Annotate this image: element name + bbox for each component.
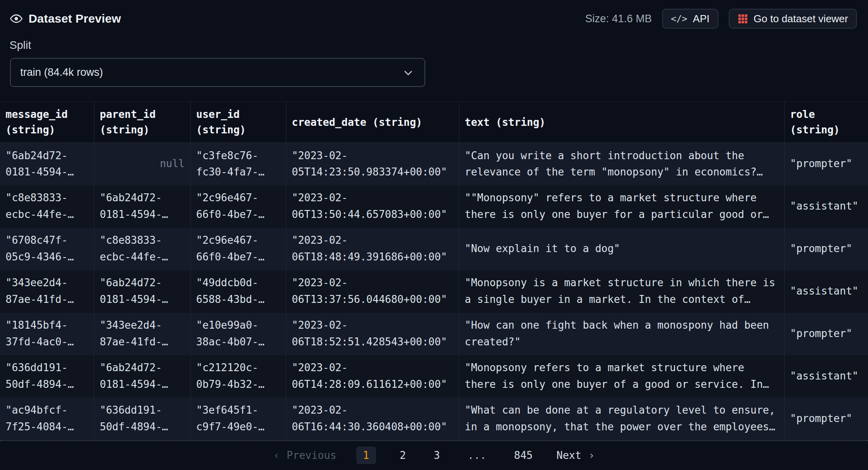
table-row: "c8e83833-ecbc-44fe-…"6ab24d72-0181-4594… [0,185,868,228]
column-header-text: text (string) [459,102,784,143]
split-label: Split [10,39,868,52]
pagination-page-845[interactable]: 845 [510,447,537,464]
table-cell-parent_id: "636dd191-50df-4894-… [94,398,190,440]
dataset-table: message_id (string) parent_id (string) u… [0,102,868,440]
topbar-right: Size: 41.6 MB </> API Go to dataset view… [585,9,857,29]
table-cell-text: "Can you write a short introduction abou… [459,143,784,185]
table-cell-user_id: "e10e99a0-38ac-4b07-… [190,313,286,355]
table-cell-text: ""Monopsony" refers to a market structur… [459,185,784,228]
pagination-ellipsis: ... [464,447,490,464]
table-cell-created_date: "2023-02-06T18:52:51.428543+00:00" [286,313,459,355]
grid-icon [737,13,748,24]
table-row: "18145bf4-37fd-4ac0-…"343ee2d4-87ae-41fd… [0,313,868,355]
dataset-size-label: Size: 41.6 MB [585,13,652,25]
column-header-message_id: message_id (string) [0,102,94,143]
table-cell-user_id: "3ef645f1-c9f7-49e0-… [190,398,286,440]
table-row: "343ee2d4-87ae-41fd-…"6ab24d72-0181-4594… [0,270,868,313]
table-cell-parent_id: "6ab24d72-0181-4594-… [94,355,190,398]
chevron-right-icon: › [588,449,595,461]
pagination-previous-button[interactable]: ‹ Previous [273,449,336,461]
table-cell-text: "How can one fight back when a monospony… [459,313,784,355]
pagination-page-1[interactable]: 1 [356,447,376,464]
table-cell-text: "Now explain it to a dog" [459,228,784,270]
table-cell-text: "Monopsony refers to a market structure … [459,355,784,398]
topbar: Dataset Preview Size: 41.6 MB </> API Go… [0,0,868,29]
table-cell-user_id: "49ddcb0d-6588-43bd-… [190,270,286,313]
page-title: Dataset Preview [29,12,121,25]
table-cell-role: "prompter" [784,143,868,185]
chevron-down-icon [402,67,414,79]
table-cell-created_date: "2023-02-05T14:23:50.983374+00:00" [286,143,459,185]
chevron-left-icon: ‹ [273,449,280,461]
table-cell-created_date: "2023-02-06T14:28:09.611612+00:00" [286,355,459,398]
viewer-button-label: Go to dataset viewer [754,13,848,25]
table-cell-text: "What can be done at a regulatory level … [459,398,784,440]
eye-icon [10,12,23,25]
table-bottom-dashed-divider [0,440,868,441]
column-header-created_date: created_date (string) [286,102,459,143]
table-cell-role: "prompter" [784,228,868,270]
table-cell-parent_id: "343ee2d4-87ae-41fd-… [94,313,190,355]
pagination-page-2[interactable]: 2 [396,447,410,464]
table-row: "ac94bfcf-7f25-4084-…"636dd191-50df-4894… [0,398,868,440]
pagination: ‹ Previous 123...845 Next › [0,447,868,464]
table-cell-parent_id: "6ab24d72-0181-4594-… [94,270,190,313]
table-cell-role: "assistant" [784,185,868,228]
table-cell-user_id: "2c96e467-66f0-4be7-… [190,228,286,270]
column-header-parent_id: parent_id (string) [94,102,190,143]
table-row: "6ab24d72-0181-4594-…null"c3fe8c76-fc30-… [0,143,868,185]
next-label: Next [557,449,582,461]
table-cell-created_date: "2023-02-06T18:48:49.391686+00:00" [286,228,459,270]
table-cell-parent_id: "c8e83833-ecbc-44fe-… [94,228,190,270]
table-cell-created_date: "2023-02-06T13:37:56.044680+00:00" [286,270,459,313]
topbar-left: Dataset Preview [10,12,121,25]
table-body: "6ab24d72-0181-4594-…null"c3fe8c76-fc30-… [0,143,868,440]
table-cell-created_date: "2023-02-06T16:44:30.360408+00:00" [286,398,459,440]
table-cell-user_id: "2c96e467-66f0-4be7-… [190,185,286,228]
table-cell-message_id: "18145bf4-37fd-4ac0-… [0,313,94,355]
column-header-user_id: user_id (string) [190,102,286,143]
table-cell-message_id: "6ab24d72-0181-4594-… [0,143,94,185]
table-cell-message_id: "ac94bfcf-7f25-4084-… [0,398,94,440]
table-cell-user_id: "c212120c-0b79-4b32-… [190,355,286,398]
split-select[interactable]: train (84.4k rows) [10,58,425,87]
table-cell-user_id: "c3fe8c76-fc30-4fa7-… [190,143,286,185]
table-cell-message_id: "636dd191-50df-4894-… [0,355,94,398]
table-cell-message_id: "343ee2d4-87ae-41fd-… [0,270,94,313]
api-button[interactable]: </> API [662,9,718,29]
table-cell-role: "prompter" [784,398,868,440]
pagination-pages: 123...845 [356,447,537,464]
go-to-dataset-viewer-button[interactable]: Go to dataset viewer [729,9,857,29]
dataset-table-wrap: message_id (string) parent_id (string) u… [0,102,868,441]
split-select-value: train (84.4k rows) [20,66,103,79]
table-cell-role: "assistant" [784,270,868,313]
table-header-row: message_id (string) parent_id (string) u… [0,102,868,143]
table-cell-created_date: "2023-02-06T13:50:44.657083+00:00" [286,185,459,228]
table-cell-message_id: "6708c47f-05c9-4346-… [0,228,94,270]
code-icon: </> [671,13,687,24]
table-cell-message_id: "c8e83833-ecbc-44fe-… [0,185,94,228]
table-cell-role: "assistant" [784,355,868,398]
dataset-preview-page: Dataset Preview Size: 41.6 MB </> API Go… [0,0,868,470]
table-cell-parent_id: null [94,143,190,185]
table-row: "6708c47f-05c9-4346-…"c8e83833-ecbc-44fe… [0,228,868,270]
table-cell-role: "prompter" [784,313,868,355]
column-header-role: role (string) [784,102,868,143]
pagination-page-3[interactable]: 3 [430,447,444,464]
previous-label: Previous [287,449,336,461]
table-cell-text: "Monopsony is a market structure in whic… [459,270,784,313]
table-row: "636dd191-50df-4894-…"6ab24d72-0181-4594… [0,355,868,398]
table-cell-parent_id: "6ab24d72-0181-4594-… [94,185,190,228]
api-button-label: API [693,13,710,25]
pagination-next-button[interactable]: Next › [557,449,595,461]
